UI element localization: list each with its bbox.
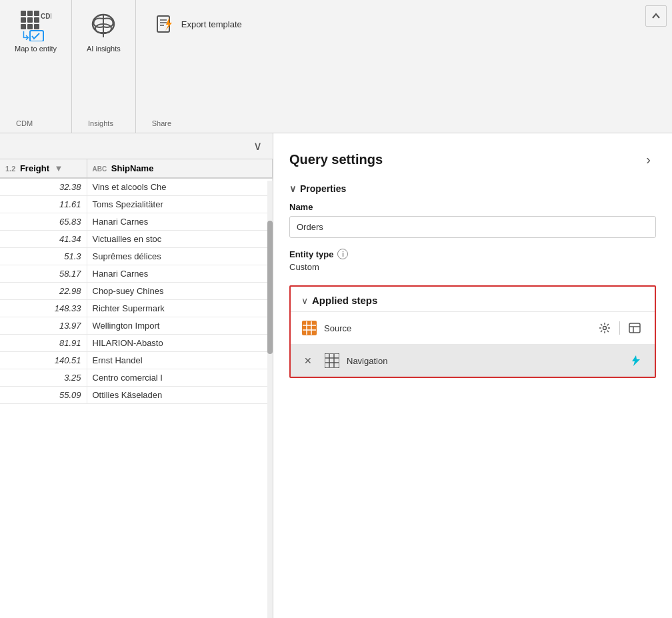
- map-to-entity-button[interactable]: CDM ↳ Map to entity: [8, 5, 63, 57]
- table-row: 11.61 Toms Spezialitäter: [0, 196, 273, 213]
- freight-column-header[interactable]: 1.2 Freight ▼: [0, 159, 87, 178]
- table-row: 3.25 Centro comercial I: [0, 369, 273, 387]
- shipname-cell: Toms Spezialitäter: [87, 196, 273, 213]
- export-template-button[interactable]: Export template: [144, 8, 253, 40]
- main-content: ∨ 1.2 Freight ▼ ABC ShipName: [0, 133, 672, 618]
- data-table-container: 1.2 Freight ▼ ABC ShipName 32.38 Vins et…: [0, 159, 273, 618]
- table-row: 32.38 Vins et alcools Che: [0, 178, 273, 196]
- freight-cell: 22.98: [0, 283, 87, 300]
- freight-cell: 65.83: [0, 213, 87, 231]
- entity-type-text: Entity type: [289, 249, 333, 259]
- toolbar-cdm-section: CDM ↳ Map to entity CDM: [0, 0, 72, 133]
- svg-rect-5: [34, 17, 39, 23]
- navigation-delete-button[interactable]: ✕: [301, 354, 315, 367]
- svg-rect-3: [21, 17, 26, 23]
- applied-steps-chevron-icon[interactable]: ∨: [301, 295, 308, 306]
- freight-cell: 58.17: [0, 265, 87, 283]
- table-row: 140.51 Ernst Handel: [0, 352, 273, 369]
- svg-marker-35: [632, 355, 640, 366]
- data-panel-collapse-button[interactable]: ∨: [248, 137, 267, 155]
- applied-steps-title: Applied steps: [312, 295, 377, 306]
- export-template-icon: [155, 13, 176, 35]
- freight-col-label: Freight: [20, 163, 49, 173]
- shipname-cell: Vins et alcools Che: [87, 178, 273, 196]
- vertical-scrollbar-thumb[interactable]: [267, 221, 273, 354]
- svg-rect-27: [629, 323, 640, 333]
- data-panel-header: ∨: [0, 133, 273, 159]
- navigation-lightning-button[interactable]: [625, 351, 644, 370]
- source-divider: [619, 321, 620, 335]
- source-step-name: Source: [324, 323, 589, 333]
- ai-insights-label: AI insights: [87, 44, 121, 53]
- toolbar-collapse-button[interactable]: [645, 5, 667, 27]
- query-settings-title: Query settings: [289, 152, 383, 167]
- toolbar-share-section: Export template Share: [136, 0, 261, 133]
- svg-rect-21: [302, 321, 317, 335]
- source-settings-button[interactable]: [595, 319, 614, 337]
- properties-section-title: ∨ Properties: [289, 183, 656, 194]
- map-to-entity-icon: CDM ↳: [19, 9, 51, 41]
- ai-insights-button[interactable]: AI insights: [80, 5, 127, 57]
- step-navigation-row[interactable]: ✕ Navigation: [291, 344, 655, 377]
- shipname-cell: Chop-suey Chines: [87, 283, 273, 300]
- name-field-input[interactable]: [289, 216, 656, 238]
- freight-cell: 55.09: [0, 387, 87, 404]
- source-step-icon: [301, 320, 317, 336]
- shipname-cell: Ottilies Käseladen: [87, 387, 273, 404]
- properties-chevron-icon[interactable]: ∨: [289, 183, 296, 194]
- freight-cell: 51.3: [0, 248, 87, 265]
- table-row: 65.83 Hanari Carnes: [0, 213, 273, 231]
- svg-rect-1: [27, 11, 33, 16]
- table-row: 51.3 Suprêmes délices: [0, 248, 273, 265]
- svg-rect-4: [27, 17, 33, 23]
- data-panel: ∨ 1.2 Freight ▼ ABC ShipName: [0, 133, 273, 618]
- map-to-entity-label: Map to entity: [15, 44, 57, 53]
- svg-rect-2: [34, 11, 39, 16]
- query-panel-expand-button[interactable]: ›: [641, 149, 656, 170]
- table-row: 81.91 HILARION-Abasto: [0, 335, 273, 352]
- source-view-button[interactable]: [625, 319, 644, 337]
- table-row: 41.34 Victuailles en stoc: [0, 231, 273, 248]
- entity-type-info-icon[interactable]: i: [337, 249, 348, 259]
- data-table: 1.2 Freight ▼ ABC ShipName 32.38 Vins et…: [0, 159, 273, 404]
- source-step-actions: [595, 319, 644, 337]
- freight-cell: 148.33: [0, 300, 87, 317]
- vertical-scrollbar-track: [267, 181, 273, 618]
- freight-cell: 81.91: [0, 335, 87, 352]
- cdm-section-label: CDM: [8, 117, 41, 130]
- query-panel-header: Query settings ›: [289, 149, 656, 170]
- table-row: 22.98 Chop-suey Chines: [0, 283, 273, 300]
- share-section-label: Share: [144, 117, 179, 130]
- svg-point-26: [603, 327, 607, 330]
- export-template-label: Export template: [181, 19, 242, 29]
- shipname-cell: HILARION-Abasto: [87, 335, 273, 352]
- navigation-step-name: Navigation: [347, 356, 619, 366]
- svg-rect-6: [21, 24, 26, 29]
- svg-text:CDM: CDM: [41, 13, 51, 20]
- svg-text:↳: ↳: [21, 29, 31, 41]
- shipname-cell: Hanari Carnes: [87, 213, 273, 231]
- shipname-cell: Victuailles en stoc: [87, 231, 273, 248]
- shipname-cell: Wellington Import: [87, 317, 273, 335]
- table-row: 58.17 Hanari Carnes: [0, 265, 273, 283]
- toolbar: CDM ↳ Map to entity CDM: [0, 0, 672, 133]
- toolbar-insights-section: AI insights Insights: [72, 0, 136, 133]
- table-row: 55.09 Ottilies Käseladen: [0, 387, 273, 404]
- properties-label: Properties: [300, 183, 346, 194]
- shipname-cell: Suprêmes délices: [87, 248, 273, 265]
- freight-dropdown-icon[interactable]: ▼: [55, 163, 63, 173]
- step-source-row[interactable]: Source: [291, 311, 655, 344]
- applied-steps-section: ∨ Applied steps Source: [289, 285, 656, 378]
- shipname-column-header[interactable]: ABC ShipName: [87, 159, 273, 178]
- shipname-type-icon: ABC: [93, 165, 107, 173]
- freight-cell: 32.38: [0, 178, 87, 196]
- svg-rect-8: [34, 24, 39, 29]
- freight-cell: 140.51: [0, 352, 87, 369]
- table-row: 148.33 Richter Supermark: [0, 300, 273, 317]
- freight-cell: 13.97: [0, 317, 87, 335]
- navigation-step-actions: [625, 351, 644, 370]
- svg-rect-7: [27, 24, 33, 29]
- freight-type-icon: 1.2: [5, 165, 15, 173]
- shipname-col-label: ShipName: [111, 163, 154, 173]
- freight-cell: 41.34: [0, 231, 87, 248]
